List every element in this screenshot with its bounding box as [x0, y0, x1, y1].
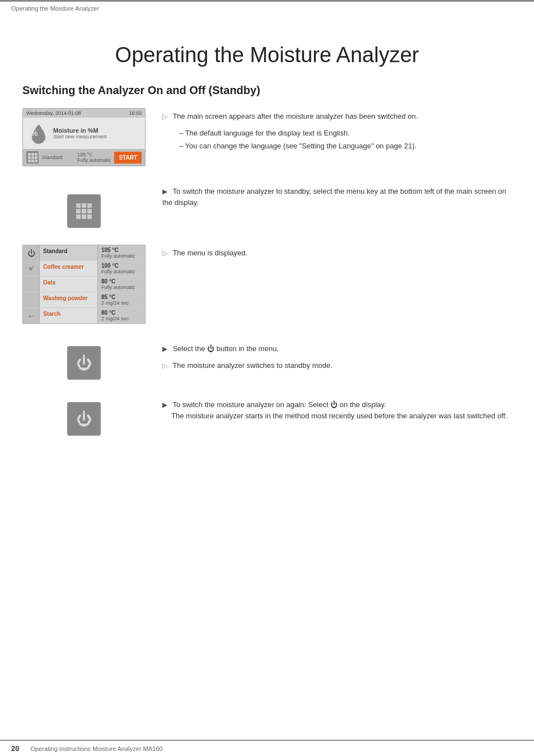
list-item: Washing powder 85 °C 2 mg/24 sec: [23, 292, 145, 308]
right-col-3: ▷ The menu is displayed.: [162, 245, 512, 264]
para-4: ▶ Select the ⏻ button in the menu.: [162, 343, 512, 354]
left-col-2: [22, 183, 146, 228]
arrow-right-2: ▶: [162, 188, 167, 195]
menu-list: ⏻ Standard 105 °C Fully automatic ≡⁄ Cof…: [22, 245, 146, 324]
para-1: ▷ The main screen appears after the mois…: [162, 111, 512, 122]
right-col-4: ▶ Select the ⏻ button in the menu. ▷ The…: [162, 340, 512, 376]
grid-dots: [28, 153, 38, 162]
start-new: Start new measurement: [53, 134, 107, 139]
menu-row-name-standard: Standard: [40, 245, 97, 260]
page-title: Operating the Moisture Analyzer: [22, 43, 512, 67]
mode-value: Fully automatic: [77, 157, 111, 163]
block-2: ▶ To switch the moisture analyzer to sta…: [22, 183, 512, 228]
measurement-info: Moisture in %M Start new measurement: [53, 127, 107, 139]
left-col-3: ⏻ Standard 105 °C Fully automatic ≡⁄ Cof…: [22, 245, 146, 324]
left-col-5: ⏻: [22, 396, 146, 436]
device-screen: Wednesday, 2014-01-08 16:50 % Moisture i…: [22, 108, 146, 166]
list-item: ← Starch 80 °C 2 mg/24 sec: [23, 308, 145, 323]
screen-date: Wednesday, 2014-01-08: [26, 110, 81, 116]
menu-row-name-oats: Oats: [40, 277, 97, 292]
right-col-5: ▶ To switch the moisture analyzer on aga…: [162, 396, 512, 427]
menu-row-icon-power: ⏻: [23, 245, 40, 260]
section-title: Switching the Analyzer On and Off (Stand…: [22, 84, 512, 97]
moisture-label: Moisture in %M: [53, 127, 107, 134]
menu-icon-container: [67, 194, 101, 228]
menu-row-spec-oats: 80 °C Fully automatic: [97, 277, 145, 292]
block-3: ⏻ Standard 105 °C Fully automatic ≡⁄ Cof…: [22, 245, 512, 324]
para-2: ▶ To switch the moisture analyzer to sta…: [162, 186, 512, 208]
footer-page-number: 20: [11, 744, 19, 753]
method-label: Standard: [42, 155, 74, 160]
main-content: Operating the Moisture Analyzer Switchin…: [0, 15, 534, 475]
right-col-1: ▷ The main screen appears after the mois…: [162, 108, 512, 154]
menu-row-name-coffee: Coffee creamer: [40, 261, 97, 276]
right-col-2: ▶ To switch the moisture analyzer to sta…: [162, 183, 512, 213]
list-item: ≡⁄ Coffee creamer 100 °C Fully automatic: [23, 261, 145, 277]
power-icon-1: ⏻: [76, 354, 92, 372]
start-button[interactable]: START: [114, 152, 142, 164]
block-5: ⏻ ▶ To switch the moisture analyzer on a…: [22, 396, 512, 436]
block-1: Wednesday, 2014-01-08 16:50 % Moisture i…: [22, 108, 512, 166]
arrow-open-1: ▷: [162, 113, 167, 120]
temp-value: 105 °C: [77, 152, 111, 157]
menu-icon: [76, 203, 92, 219]
power-ref-1: ⏻: [207, 344, 214, 353]
bullet-1: – The default language for the display t…: [162, 128, 512, 139]
top-bar-label: Operating the Moisture Analyzer: [11, 5, 99, 12]
screen-body: % Moisture in %M Start new measurement: [23, 118, 145, 149]
menu-row-spec-coffee: 100 °C Fully automatic: [97, 261, 145, 276]
menu-row-icon-blank1: [23, 277, 40, 292]
menu-row-spec-starch: 80 °C 2 mg/24 sec: [97, 308, 145, 323]
footer-temp: 105 °C Fully automatic: [77, 152, 111, 163]
power-ref-2: ⏻: [330, 400, 338, 409]
screen-time: 16:50: [129, 110, 142, 116]
power-button-container-2: ⏻: [67, 402, 101, 436]
arrow-open-4c: ▷: [162, 362, 167, 370]
para-5: ▶ To switch the moisture analyzer on aga…: [162, 399, 512, 421]
footer-doc-title: Operating Instructions Moisture Analyzer…: [30, 745, 162, 752]
bottom-footer: 20 Operating Instructions Moisture Analy…: [0, 740, 534, 756]
left-col-4: ⏻: [22, 340, 146, 380]
para-3: ▷ The menu is displayed.: [162, 248, 512, 259]
block-4: ⏻ ▶ Select the ⏻ button in the menu. ▷ T…: [22, 340, 512, 380]
drop-icon: %: [29, 122, 49, 144]
grid-icon: [26, 151, 39, 164]
para-4c: ▷ The moisture analyzer switches to stan…: [162, 360, 512, 371]
menu-row-spec-standard: 105 °C Fully automatic: [97, 245, 145, 260]
bullet-2: – You can change the language (see "Sett…: [162, 141, 512, 152]
arrow-right-5: ▶: [162, 401, 167, 409]
screen-footer: Standard 105 °C Fully automatic START: [23, 149, 145, 166]
menu-row-spec-washing: 85 °C 2 mg/24 sec: [97, 292, 145, 307]
menu-row-icon-blank2: [23, 292, 40, 307]
left-col-1: Wednesday, 2014-01-08 16:50 % Moisture i…: [22, 108, 146, 166]
arrow-open-3: ▷: [162, 249, 167, 257]
power-icon-2: ⏻: [76, 410, 92, 428]
menu-row-name-starch: Starch: [40, 308, 97, 323]
list-item: Oats 80 °C Fully automatic: [23, 277, 145, 292]
arrow-right-4: ▶: [162, 345, 167, 353]
menu-row-icon-method: ≡⁄: [23, 261, 40, 276]
power-button-container-1: ⏻: [67, 346, 101, 380]
menu-row-icon-back: ←: [23, 308, 40, 323]
top-bar: Operating the Moisture Analyzer: [0, 0, 534, 15]
menu-row-name-washing: Washing powder: [40, 292, 97, 307]
list-item: ⏻ Standard 105 °C Fully automatic: [23, 245, 145, 261]
screen-header: Wednesday, 2014-01-08 16:50: [23, 109, 145, 118]
